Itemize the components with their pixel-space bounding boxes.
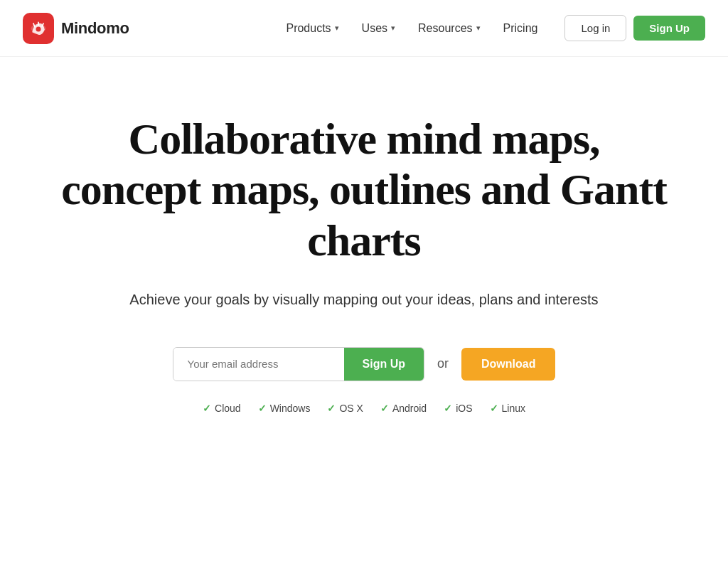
svg-point-1	[36, 26, 41, 31]
hero-section: Collaborative mind maps, concept maps, o…	[0, 57, 728, 457]
signup-nav-button[interactable]: Sign Up	[633, 16, 705, 41]
platform-item: ✓Windows	[258, 403, 311, 414]
platform-item: ✓Cloud	[203, 403, 241, 414]
check-icon: ✓	[380, 403, 389, 414]
cta-or-label: or	[437, 356, 449, 371]
platform-item: ✓Android	[380, 403, 427, 414]
check-icon: ✓	[327, 403, 336, 414]
brand-name: Mindomo	[61, 19, 129, 38]
login-button[interactable]: Log in	[564, 15, 626, 41]
nav-uses[interactable]: Uses ▾	[352, 16, 405, 41]
brand-logo-link[interactable]: Mindomo	[23, 13, 129, 44]
hero-title: Collaborative mind maps, concept maps, o…	[57, 114, 671, 266]
check-icon: ✓	[258, 403, 267, 414]
brand-logo	[23, 13, 54, 44]
check-icon: ✓	[203, 403, 211, 414]
navbar: Mindomo Products ▾ Uses ▾ Resources ▾ Pr…	[0, 0, 728, 57]
email-input[interactable]	[173, 348, 344, 381]
check-icon: ✓	[444, 403, 452, 414]
nav-links: Products ▾ Uses ▾ Resources ▾ Pricing	[276, 16, 547, 41]
download-button[interactable]: Download	[461, 348, 555, 381]
platform-row: ✓Cloud✓Windows✓OS X✓Android✓iOS✓Linux	[203, 403, 525, 414]
hero-subtitle: Achieve your goals by visually mapping o…	[129, 289, 598, 310]
nav-resources[interactable]: Resources ▾	[408, 16, 490, 41]
email-signup-group: Sign Up	[173, 347, 424, 381]
nav-products[interactable]: Products ▾	[276, 16, 348, 41]
chevron-down-icon: ▾	[391, 23, 395, 33]
check-icon: ✓	[490, 403, 498, 414]
signup-cta-button[interactable]: Sign Up	[344, 348, 424, 381]
chevron-down-icon: ▾	[335, 23, 339, 33]
platform-item: ✓Linux	[490, 403, 525, 414]
cta-row: Sign Up or Download	[173, 347, 556, 381]
platform-item: ✓iOS	[444, 403, 472, 414]
chevron-down-icon: ▾	[476, 23, 481, 33]
nav-pricing[interactable]: Pricing	[493, 16, 548, 41]
platform-item: ✓OS X	[327, 403, 363, 414]
